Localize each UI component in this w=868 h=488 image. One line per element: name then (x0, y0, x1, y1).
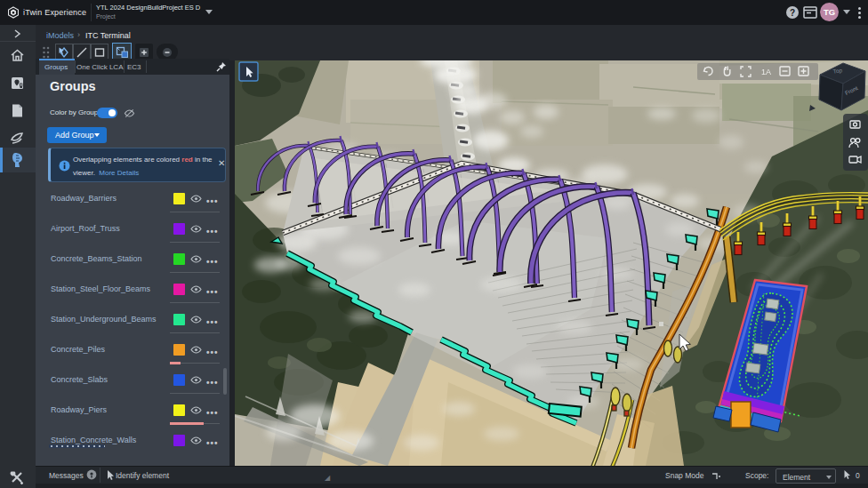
svg-text:?: ? (790, 8, 795, 18)
svg-text:1A: 1A (761, 68, 771, 76)
